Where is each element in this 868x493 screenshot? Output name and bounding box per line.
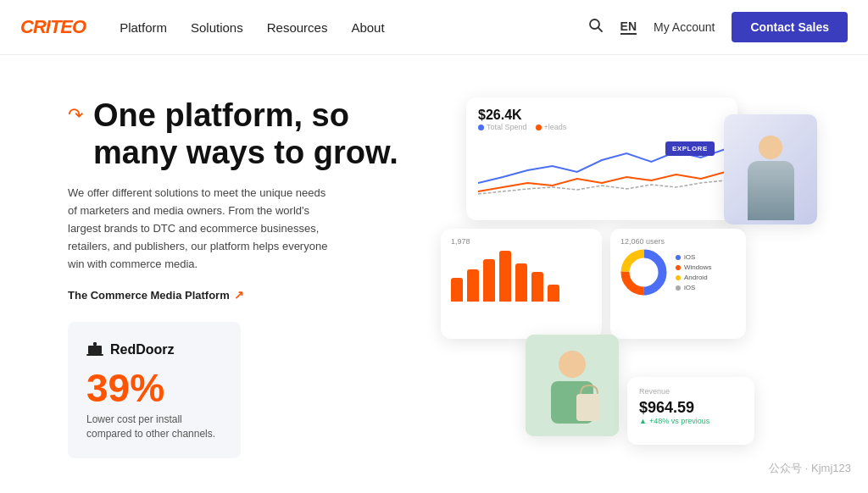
contact-sales-button[interactable]: Contact Sales xyxy=(732,12,848,42)
arrow-icon: ↷ xyxy=(68,104,83,126)
external-link-icon: ↗ xyxy=(234,288,244,302)
my-account-link[interactable]: My Account xyxy=(654,20,715,34)
person-card-top xyxy=(724,114,817,224)
search-icon[interactable] xyxy=(588,18,604,36)
users-label: 12,060 users xyxy=(620,237,736,246)
reddoorz-icon xyxy=(86,339,103,360)
case-description: Lower cost per install compared to other… xyxy=(86,413,222,441)
page-title: One platform, so many ways to grow. xyxy=(93,97,424,171)
case-logo-name: RedDoorz xyxy=(110,342,175,357)
chart-card-top: $26.4K Total Spend +leads xyxy=(466,97,737,220)
watermark: 公众号 · Kjmj123 xyxy=(769,461,851,476)
explore-button[interactable]: EXPLORE xyxy=(665,141,715,156)
revenue-label: Revenue xyxy=(639,387,743,396)
metric-value: $26.4K xyxy=(478,108,726,123)
revenue-card: Revenue $964.59 ▲ +48% vs previous xyxy=(627,377,754,445)
language-selector[interactable]: EN xyxy=(620,19,637,35)
metric-subtitle: Total Spend +leads xyxy=(478,123,726,131)
bar-chart-card: 1,978 xyxy=(441,229,602,339)
svg-line-1 xyxy=(598,28,601,31)
case-logo-row: RedDoorz xyxy=(86,339,222,360)
svg-rect-2 xyxy=(88,346,102,354)
svg-point-9 xyxy=(559,351,586,378)
case-percentage: 39% xyxy=(86,368,222,407)
dashboard-mockup: $26.4K Total Spend +leads EXPLORE 1,978 xyxy=(441,97,817,462)
bar-card-label: 1,978 xyxy=(451,237,592,246)
svg-rect-3 xyxy=(93,342,97,346)
headline-row: ↷ One platform, so many ways to grow. xyxy=(68,97,424,171)
svg-rect-11 xyxy=(576,394,600,421)
revenue-amount: $964.59 xyxy=(639,399,743,417)
nav-right: EN My Account Contact Sales xyxy=(588,12,848,42)
case-study-card: RedDoorz 39% Lower cost per install comp… xyxy=(68,322,241,458)
revenue-change: ▲ +48% vs previous xyxy=(639,417,743,425)
svg-rect-4 xyxy=(86,354,103,356)
bars-row xyxy=(451,251,592,302)
nav-resources[interactable]: Resources xyxy=(267,20,328,35)
left-column: ↷ One platform, so many ways to grow. We… xyxy=(68,97,441,458)
main-section: ↷ One platform, so many ways to grow. We… xyxy=(0,55,868,493)
hero-body-text: We offer different solutions to meet the… xyxy=(68,185,331,273)
nav-solutions[interactable]: Solutions xyxy=(191,20,243,35)
logo[interactable]: CRITEO xyxy=(20,16,86,38)
pie-legend: iOS Windows Android iOS xyxy=(676,253,711,291)
pie-chart-card: 12,060 users iOS Windows Android iOS xyxy=(610,229,746,339)
person-card-bottom xyxy=(526,335,619,436)
nav-platform[interactable]: Platform xyxy=(120,20,167,35)
person-figure xyxy=(741,136,800,224)
platform-link[interactable]: The Commerce Media Platform ↗ xyxy=(68,288,424,302)
pie-row: iOS Windows Android iOS xyxy=(620,249,736,296)
nav-about[interactable]: About xyxy=(351,20,384,35)
navbar: CRITEO Platform Solutions Resources Abou… xyxy=(0,0,868,55)
nav-links: Platform Solutions Resources About xyxy=(120,20,384,35)
